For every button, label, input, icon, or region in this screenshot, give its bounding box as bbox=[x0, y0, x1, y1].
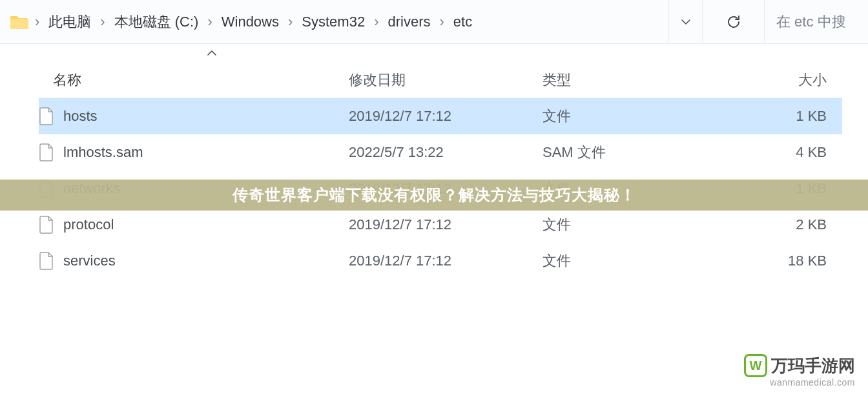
file-date: 2019/12/7 17:12 bbox=[349, 216, 542, 233]
breadcrumb-item[interactable]: 此电脑 bbox=[48, 12, 91, 32]
file-size: 2 KB bbox=[672, 216, 842, 233]
banner-text: 传奇世界客户端下载没有权限？解决方法与技巧大揭秘！ bbox=[232, 185, 636, 205]
file-date: 2019/12/7 17:12 bbox=[349, 253, 542, 269]
breadcrumb-item[interactable]: Windows bbox=[222, 14, 279, 30]
chevron-down-icon bbox=[679, 16, 692, 28]
breadcrumb-separator: › bbox=[207, 14, 212, 30]
breadcrumb[interactable]: ›此电脑›本地磁盘 (C:)›Windows›System32›drivers›… bbox=[0, 0, 669, 43]
breadcrumb-separator: › bbox=[288, 14, 293, 30]
file-size: 18 KB bbox=[672, 253, 842, 269]
sort-ascending-icon bbox=[207, 50, 217, 56]
watermark-logo-icon: W bbox=[744, 354, 767, 377]
column-name[interactable]: 名称 bbox=[39, 70, 349, 90]
history-dropdown-button[interactable] bbox=[669, 0, 703, 43]
file-icon bbox=[39, 143, 54, 161]
breadcrumb-separator: › bbox=[35, 14, 39, 30]
watermark-url: wanmamedical.com bbox=[770, 377, 855, 388]
refresh-button[interactable] bbox=[703, 0, 765, 43]
file-icon bbox=[39, 107, 54, 125]
column-date[interactable]: 修改日期 bbox=[349, 70, 542, 90]
table-row[interactable]: hosts2019/12/7 17:12文件1 KB bbox=[39, 98, 842, 134]
file-name: hosts bbox=[63, 108, 98, 125]
file-name: services bbox=[63, 253, 116, 269]
file-type: 文件 bbox=[542, 215, 672, 234]
refresh-icon bbox=[725, 14, 742, 30]
column-type[interactable]: 类型 bbox=[542, 70, 672, 90]
table-row[interactable]: lmhosts.sam2022/5/7 13:22SAM 文件4 KB bbox=[39, 134, 842, 171]
file-type: 文件 bbox=[542, 251, 672, 271]
breadcrumb-item[interactable]: etc bbox=[453, 14, 472, 30]
breadcrumb-separator: › bbox=[374, 14, 378, 30]
file-icon bbox=[39, 252, 54, 270]
column-size[interactable]: 大小 bbox=[672, 70, 842, 90]
file-name: lmhosts.sam bbox=[63, 144, 143, 161]
file-type: SAM 文件 bbox=[542, 143, 672, 162]
breadcrumb-separator: › bbox=[100, 14, 105, 30]
breadcrumb-item[interactable]: 本地磁盘 (C:) bbox=[114, 12, 199, 32]
file-name: protocol bbox=[63, 216, 114, 233]
file-icon bbox=[39, 216, 54, 234]
breadcrumb-separator: › bbox=[440, 14, 444, 30]
overlay-banner: 传奇世界客户端下载没有权限？解决方法与技巧大揭秘！ bbox=[0, 180, 868, 211]
table-row[interactable]: protocol2019/12/7 17:12文件2 KB bbox=[39, 207, 842, 243]
table-row[interactable]: services2019/12/7 17:12文件18 KB bbox=[39, 243, 842, 279]
file-date: 2022/5/7 13:22 bbox=[349, 144, 542, 161]
file-list: 名称 修改日期 类型 大小 hosts2019/12/7 17:12文件1 KB… bbox=[0, 62, 868, 279]
address-bar: ›此电脑›本地磁盘 (C:)›Windows›System32›drivers›… bbox=[0, 0, 868, 44]
watermark-brand: 万玛手游网 bbox=[771, 355, 855, 377]
file-type: 文件 bbox=[542, 107, 672, 126]
breadcrumb-item[interactable]: System32 bbox=[302, 14, 365, 30]
watermark: W 万玛手游网 wanmamedical.com bbox=[744, 354, 855, 388]
search-input[interactable]: 在 etc 中搜 bbox=[765, 0, 868, 43]
search-placeholder: 在 etc 中搜 bbox=[776, 12, 846, 32]
sort-indicator-row bbox=[0, 44, 868, 62]
column-headers: 名称 修改日期 类型 大小 bbox=[39, 62, 842, 98]
file-size: 1 KB bbox=[672, 108, 842, 125]
folder-icon bbox=[10, 14, 28, 30]
file-date: 2019/12/7 17:12 bbox=[349, 108, 542, 125]
file-size: 4 KB bbox=[672, 144, 842, 161]
breadcrumb-item[interactable]: drivers bbox=[388, 14, 430, 30]
